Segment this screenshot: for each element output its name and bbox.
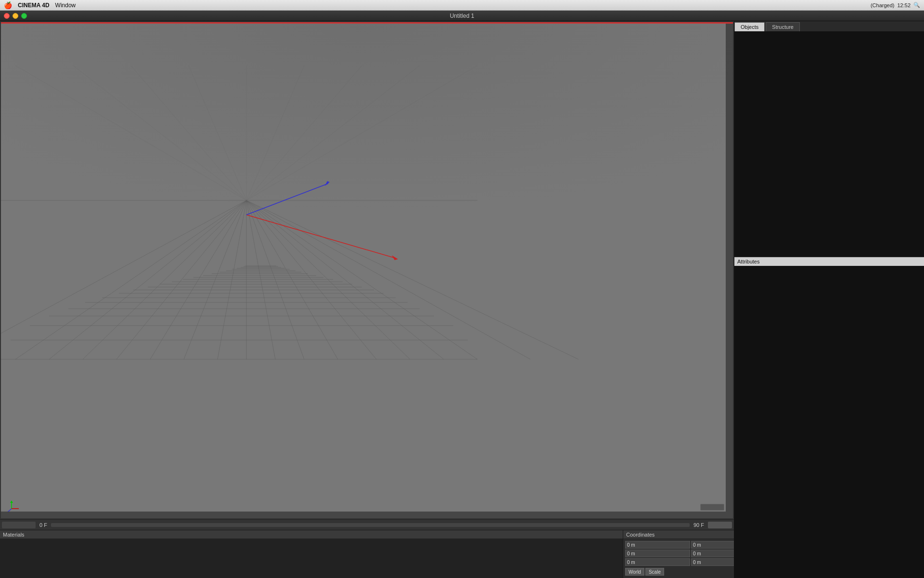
svg-rect-0: [1, 22, 733, 295]
timeline-slider[interactable]: [51, 523, 690, 527]
title-bar: Untitled 1: [0, 11, 924, 21]
attributes-content-area[interactable]: [734, 266, 924, 353]
viewport-grid: [1, 22, 733, 518]
coordinates-panel-header: Coordinates: [623, 530, 734, 539]
materials-content[interactable]: [0, 539, 623, 578]
window-menu-item[interactable]: Window: [55, 2, 76, 9]
close-button[interactable]: [4, 13, 10, 19]
battery-status: (Charged): [871, 2, 895, 8]
objects-tabs: Objects Structure: [734, 21, 924, 32]
viewport-corner-button[interactable]: [700, 504, 724, 511]
search-icon[interactable]: 🔍: [913, 2, 920, 8]
timeline-start-block[interactable]: [2, 522, 36, 528]
window-controls: [4, 13, 27, 19]
menu-bar: 🍎 CINEMA 4D Window (Charged) 12:52 🔍: [0, 0, 924, 11]
attributes-panel: Attributes: [734, 257, 924, 353]
timeline-playback-block[interactable]: [708, 522, 732, 528]
svg-marker-57: [10, 500, 13, 503]
main-layout: 0 F 90 F Materials Coordinates: [0, 21, 924, 578]
materials-panel-header: Materials: [0, 530, 623, 539]
viewport-scrollbar-v[interactable]: [726, 22, 733, 518]
minimize-button[interactable]: [13, 13, 18, 19]
attributes-label: Attributes: [737, 259, 759, 264]
bottom-panels: Materials Coordinates: [0, 530, 734, 578]
timeline-bar: 0 F 90 F: [0, 519, 734, 530]
apple-logo-icon[interactable]: 🍎: [4, 1, 12, 9]
scale-button[interactable]: Scale: [645, 568, 664, 576]
viewport-scrollbar-h[interactable]: [1, 512, 726, 518]
coordinates-panel: Coordinates World: [623, 530, 734, 578]
coordinates-grid: [623, 539, 734, 568]
window-title: Untitled 1: [450, 13, 475, 19]
coord-x1[interactable]: [625, 541, 690, 549]
frame-end-label: 90 F: [692, 522, 706, 528]
center-area: 0 F 90 F Materials Coordinates: [0, 21, 734, 578]
tab-objects[interactable]: Objects: [734, 22, 765, 31]
coord-x2[interactable]: [625, 550, 690, 557]
materials-label: Materials: [3, 532, 25, 538]
right-sidebar: Objects Structure Attributes: [734, 21, 924, 578]
sidebar-lower-area: [734, 353, 924, 578]
3d-viewport[interactable]: [0, 21, 734, 519]
viewport-top-border: [1, 22, 733, 24]
frame-current-label: 0 F: [38, 522, 49, 528]
coordinates-buttons: World Scale: [623, 568, 734, 576]
world-button[interactable]: World: [625, 568, 644, 576]
objects-content-area[interactable]: [734, 32, 924, 257]
maximize-button[interactable]: [21, 13, 27, 19]
attributes-header: Attributes: [734, 257, 924, 266]
app-name-menu[interactable]: CINEMA 4D: [18, 2, 50, 9]
coordinates-label: Coordinates: [626, 532, 654, 538]
time-display: 12:52: [897, 2, 911, 8]
tab-structure[interactable]: Structure: [766, 22, 800, 31]
coord-x3[interactable]: [625, 558, 690, 566]
objects-tab-label: Objects: [741, 24, 758, 30]
structure-tab-label: Structure: [772, 24, 794, 30]
status-bar: (Charged) 12:52 🔍: [871, 2, 920, 8]
materials-panel: Materials: [0, 530, 623, 578]
